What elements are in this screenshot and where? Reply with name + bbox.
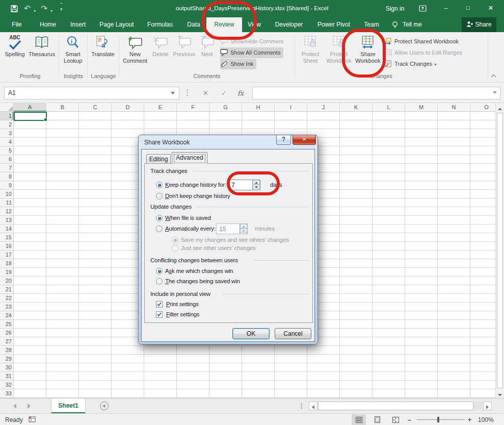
column-header-C[interactable]: C [79, 103, 112, 112]
zoom-slider[interactable] [417, 419, 465, 420]
column-header-K[interactable]: K [340, 103, 373, 112]
horizontal-scrollbar[interactable] [317, 402, 483, 410]
row-header-1[interactable]: 1 [0, 112, 14, 120]
sheet-nav-right-icon[interactable] [28, 404, 31, 409]
row-header-24[interactable]: 24 [0, 311, 14, 320]
tab-file[interactable]: File [9, 17, 24, 32]
tab-formulas[interactable]: Formulas [144, 17, 176, 32]
protect-shared-workbook-button[interactable]: Protect Shared Workbook [384, 36, 459, 47]
row-header-19[interactable]: 19 [0, 268, 14, 277]
horizontal-scroll-thumb[interactable] [318, 402, 473, 410]
vertical-scroll-thumb[interactable] [497, 113, 503, 388]
smart-lookup-button[interactable]: i Smart Lookup [60, 34, 86, 70]
minimize-button[interactable]: – [441, 4, 450, 12]
zoom-out-icon[interactable]: – [408, 416, 411, 423]
checkbox-filter-settings[interactable] [156, 311, 163, 318]
row-header-28[interactable]: 28 [0, 346, 14, 355]
dialog-close-button[interactable]: ✕ [293, 135, 316, 145]
row-header-16[interactable]: 16 [0, 242, 14, 251]
view-page-layout-button[interactable] [370, 414, 384, 425]
selected-cell-A1[interactable] [14, 112, 47, 121]
show-ink-button[interactable]: Show Ink [220, 59, 256, 69]
sheet-tab-sheet1[interactable]: Sheet1 [51, 398, 86, 413]
name-box[interactable]: A1 [4, 87, 179, 99]
tab-home[interactable]: Home [37, 17, 59, 32]
view-normal-button[interactable] [352, 414, 366, 425]
row-header-10[interactable]: 10 [0, 190, 14, 198]
scroll-down-icon[interactable] [496, 389, 504, 398]
column-header-G[interactable]: G [209, 103, 242, 112]
tab-insert[interactable]: Insert [67, 17, 89, 32]
row-header-15[interactable]: 15 [0, 233, 14, 242]
column-header-M[interactable]: M [405, 103, 438, 112]
track-changes-button[interactable]: Track Changes▾ [384, 59, 436, 69]
row-header-18[interactable]: 18 [0, 259, 14, 268]
row-header-26[interactable]: 26 [0, 329, 14, 337]
row-header-32[interactable]: 32 [0, 381, 14, 389]
thesaurus-button[interactable]: Thesaurus [26, 34, 57, 70]
row-header-12[interactable]: 12 [0, 207, 14, 216]
row-header-22[interactable]: 22 [0, 294, 14, 303]
column-header-O[interactable]: O [470, 103, 495, 112]
row-header-3[interactable]: 3 [0, 129, 14, 138]
row-header-6[interactable]: 6 [0, 155, 14, 164]
column-header-B[interactable]: B [46, 103, 79, 112]
row-header-29[interactable]: 29 [0, 355, 14, 363]
row-header-25[interactable]: 25 [0, 320, 14, 329]
radio-automatically-every[interactable] [156, 226, 163, 232]
radio-changes-saved-win[interactable] [156, 278, 163, 285]
row-header-2[interactable]: 2 [0, 120, 14, 129]
column-header-I[interactable]: I [275, 103, 307, 112]
scroll-up-icon[interactable] [496, 103, 504, 112]
column-header-A[interactable]: A [14, 103, 46, 112]
row-header-17[interactable]: 17 [0, 251, 14, 259]
close-button[interactable]: ✕ [486, 4, 495, 12]
row-header-14[interactable]: 14 [0, 224, 14, 233]
column-header-H[interactable]: H [242, 103, 275, 112]
row-header-33[interactable]: 33 [0, 389, 14, 398]
row-header-23[interactable]: 23 [0, 303, 14, 311]
row-header-9[interactable]: 9 [0, 181, 14, 190]
row-header-13[interactable]: 13 [0, 216, 14, 224]
ok-button[interactable]: OK [232, 328, 270, 339]
column-header-L[interactable]: L [373, 103, 405, 112]
tab-editing[interactable]: Editing [146, 154, 171, 164]
formula-input[interactable] [252, 87, 500, 99]
column-header-N[interactable]: N [438, 103, 470, 112]
dialog-help-button[interactable]: ? [276, 135, 291, 145]
previous-comment-button[interactable]: Previous [171, 34, 197, 70]
column-header-J[interactable]: J [307, 103, 340, 112]
hscroll-right-icon[interactable] [483, 402, 492, 410]
column-header-E[interactable]: E [144, 103, 177, 112]
enter-formula-icon[interactable]: ✓ [221, 89, 227, 97]
hscroll-left-icon[interactable] [309, 402, 317, 410]
formula-bar-separator[interactable]: ••• [187, 89, 188, 97]
add-sheet-button[interactable]: + [100, 402, 109, 410]
checkbox-print-settings[interactable] [156, 301, 163, 308]
zoom-in-icon[interactable]: + [468, 416, 471, 423]
protect-sheet-button[interactable]: Protect Sheet [297, 34, 324, 70]
row-header-4[interactable]: 4 [0, 138, 14, 146]
tab-developer[interactable]: Developer [272, 17, 306, 32]
row-header-8[interactable]: 8 [0, 172, 14, 181]
row-header-31[interactable]: 31 [0, 372, 14, 381]
name-box-dropdown-icon[interactable] [171, 92, 175, 94]
share-button[interactable]: Share [462, 17, 496, 32]
sheet-nav-left-icon[interactable] [13, 404, 16, 409]
sign-in-link[interactable]: Sign in [385, 5, 405, 12]
zoom-level[interactable]: 100% [478, 416, 494, 423]
next-comment-button[interactable]: Next [197, 34, 217, 70]
column-header-D[interactable]: D [112, 103, 144, 112]
show-all-comments-button[interactable]: Show All Comments [220, 47, 283, 58]
tab-advanced[interactable]: Advanced [172, 152, 207, 164]
tell-me-label[interactable]: Tell me [401, 17, 424, 32]
formula-bar-expand-icon[interactable] [493, 91, 497, 94]
row-header-11[interactable]: 11 [0, 198, 14, 207]
macro-record-icon[interactable] [29, 416, 36, 424]
insert-function-icon[interactable]: fx [237, 89, 244, 97]
radio-when-file-saved[interactable] [156, 215, 163, 221]
tab-power-pivot[interactable]: Power Pivot [314, 17, 354, 32]
radio-ask-me[interactable] [156, 268, 163, 274]
row-header-5[interactable]: 5 [0, 146, 14, 155]
view-page-break-button[interactable] [388, 414, 403, 425]
